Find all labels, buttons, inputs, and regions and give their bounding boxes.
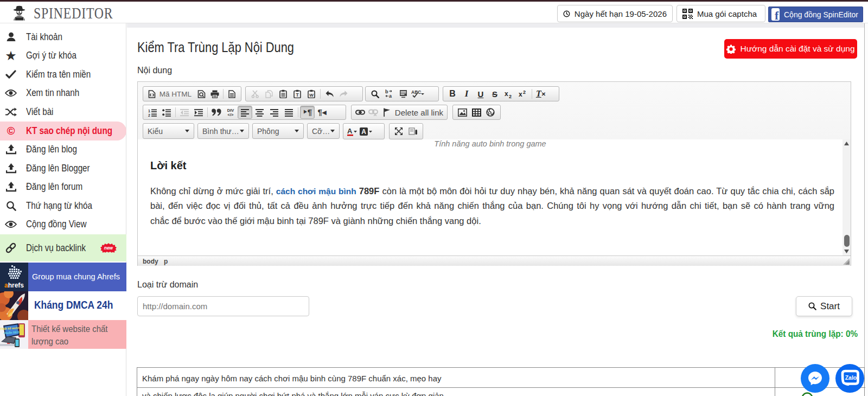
svg-text:A: A xyxy=(347,127,353,135)
svg-text:2: 2 xyxy=(509,94,512,99)
svg-text:a: a xyxy=(389,93,392,98)
svg-text:T: T xyxy=(296,92,299,98)
svg-text:ahrefs: ahrefs xyxy=(4,282,24,289)
svg-text:x: x xyxy=(519,91,522,98)
svg-text:W: W xyxy=(309,93,314,98)
svg-text:b: b xyxy=(385,90,388,94)
svg-text:Zalo: Zalo xyxy=(845,374,857,380)
svg-text:2: 2 xyxy=(523,90,526,95)
svg-text:new: new xyxy=(104,245,113,251)
svg-text:</>: </> xyxy=(228,112,234,117)
svg-text:1: 1 xyxy=(148,108,150,112)
svg-text:2: 2 xyxy=(148,113,150,117)
svg-text:A: A xyxy=(361,128,366,136)
svg-text:x: x xyxy=(505,90,508,98)
